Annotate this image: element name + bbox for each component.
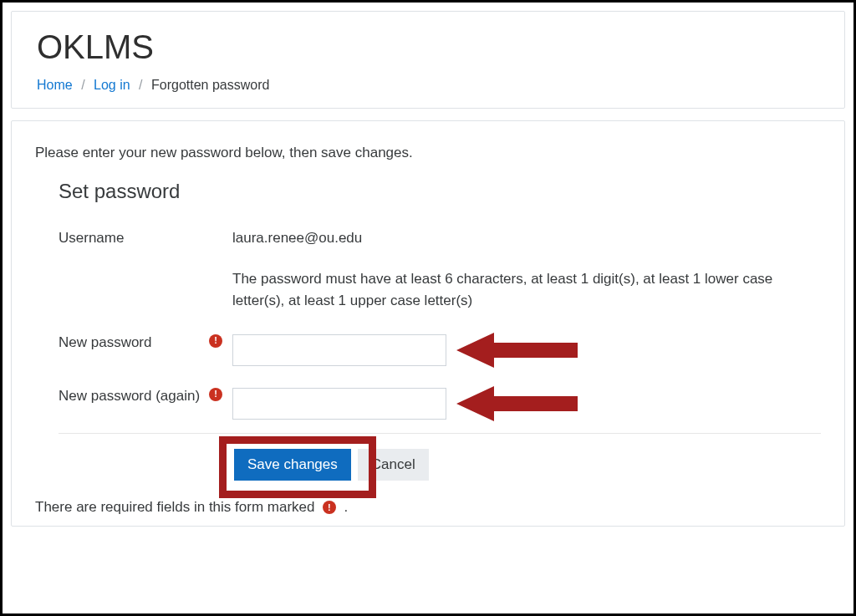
required-icon: ! <box>209 388 222 401</box>
new-password-again-row: New password (again) ! <box>59 384 821 420</box>
divider <box>59 433 821 434</box>
breadcrumb-login[interactable]: Log in <box>94 78 130 92</box>
svg-marker-0 <box>456 333 578 368</box>
username-row: Username laura.renee@ou.edu <box>59 227 821 247</box>
required-icon: ! <box>209 334 222 348</box>
breadcrumb-home[interactable]: Home <box>37 78 73 92</box>
intro-text: Please enter your new password below, th… <box>35 145 821 161</box>
new-password-label: New password <box>59 334 152 351</box>
password-hint: The password must have at least 6 charac… <box>232 265 821 313</box>
required-note-suffix: . <box>344 499 348 515</box>
new-password-again-input[interactable] <box>232 388 446 420</box>
content-card: Please enter your new password below, th… <box>11 120 845 527</box>
required-note-prefix: There are required fields in this form m… <box>35 499 314 515</box>
username-value: laura.renee@ou.edu <box>232 227 821 247</box>
header-card: OKLMS Home / Log in / Forgotten password <box>11 11 845 109</box>
breadcrumb-separator: / <box>76 78 89 92</box>
set-password-section: Set password Username laura.renee@ou.edu… <box>35 180 821 420</box>
breadcrumb: Home / Log in / Forgotten password <box>37 78 819 93</box>
svg-marker-1 <box>456 386 578 421</box>
actions-row: Save changes Cancel <box>234 449 821 481</box>
required-icon: ! <box>323 501 336 514</box>
username-label: Username <box>59 230 124 247</box>
save-button[interactable]: Save changes <box>234 449 351 481</box>
new-password-row: New password ! <box>59 331 821 366</box>
arrow-annotation-icon <box>456 329 582 371</box>
arrow-annotation-icon <box>456 383 582 425</box>
breadcrumb-current: Forgotten password <box>151 78 269 92</box>
cancel-button[interactable]: Cancel <box>358 449 429 481</box>
breadcrumb-separator: / <box>134 78 147 92</box>
password-hint-row: The password must have at least 6 charac… <box>59 265 821 313</box>
site-title: OKLMS <box>37 28 819 66</box>
section-title: Set password <box>59 180 821 203</box>
new-password-input[interactable] <box>232 334 446 366</box>
required-fields-note: There are required fields in this form m… <box>35 499 821 516</box>
new-password-again-label: New password (again) <box>59 388 200 405</box>
